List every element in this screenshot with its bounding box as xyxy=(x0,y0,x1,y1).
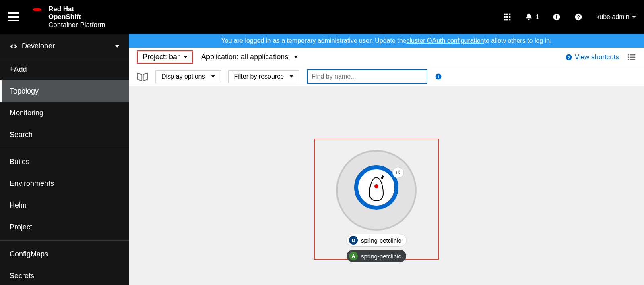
java-duke-icon xyxy=(366,173,386,202)
svg-point-0 xyxy=(32,11,42,14)
topology-toolbar: + Display options Filter by resource i xyxy=(129,67,644,86)
info-icon[interactable]: i xyxy=(435,73,442,80)
svg-text:+: + xyxy=(146,77,148,82)
sidebar-item-builds[interactable]: Builds xyxy=(0,151,129,173)
svg-rect-13 xyxy=(555,17,559,17)
filter-label: Filter by resource xyxy=(234,73,284,80)
application-label-pill[interactable]: A spring-petclinic xyxy=(347,250,406,262)
notifications-button[interactable]: 1 xyxy=(525,13,539,21)
brand-line1: Red Hat xyxy=(48,5,105,13)
svg-point-1 xyxy=(33,8,41,11)
svg-text:i: i xyxy=(438,74,439,79)
project-label: Project: bar xyxy=(142,53,180,61)
red-hat-fedora-icon xyxy=(31,5,43,17)
grid-icon xyxy=(503,13,511,21)
display-options-dropdown[interactable]: Display options xyxy=(155,70,221,83)
catalog-icon[interactable]: + xyxy=(137,71,148,82)
sidebar-item-add[interactable]: +Add xyxy=(0,58,129,80)
bell-icon xyxy=(525,13,533,21)
deployment-name: spring-petclinic xyxy=(361,237,401,244)
brand-line3: Container Platform xyxy=(48,21,105,29)
perspective-switcher[interactable]: Developer xyxy=(0,34,129,58)
sidebar-item-configmaps[interactable]: ConfigMaps xyxy=(0,243,129,265)
deployment-badge: D xyxy=(349,236,358,245)
banner-pre: You are logged in as a temporary adminis… xyxy=(221,37,406,44)
open-url-decorator[interactable] xyxy=(392,167,404,178)
help-button[interactable]: ? xyxy=(574,13,582,21)
highlighted-topology-node: D spring-petclinic A spring-petclinic xyxy=(314,139,439,260)
sidebar-item-search[interactable]: Search xyxy=(0,124,129,146)
application-selector[interactable]: Application: all applications xyxy=(201,53,298,61)
sidebar-separator xyxy=(0,148,129,148)
brand-text: Red Hat OpenShift Container Platform xyxy=(48,5,105,29)
find-by-name-input[interactable] xyxy=(307,69,427,84)
sidebar: Developer +Add Topology Monitoring Searc… xyxy=(0,34,129,285)
svg-rect-4 xyxy=(509,14,511,15)
caret-down-icon xyxy=(632,16,636,18)
svg-rect-10 xyxy=(509,19,511,20)
main-content: You are logged in as a temporary adminis… xyxy=(129,34,644,285)
shortcuts-label: View shortcuts xyxy=(575,53,619,61)
masthead: Red Hat OpenShift Container Platform 1 ?… xyxy=(0,0,644,34)
svg-rect-7 xyxy=(509,16,511,18)
masthead-toolbar: 1 ? kube:admin xyxy=(503,13,636,21)
caret-down-icon xyxy=(294,56,298,58)
list-view-toggle[interactable] xyxy=(627,53,636,62)
application-group[interactable]: D spring-petclinic A spring-petclinic xyxy=(336,150,417,262)
view-shortcuts-button[interactable]: ? View shortcuts xyxy=(565,53,619,61)
svg-rect-22 xyxy=(628,59,629,60)
deployment-label-pill[interactable]: D spring-petclinic xyxy=(346,234,407,247)
banner-post: to allow others to log in. xyxy=(484,37,552,44)
import-button[interactable] xyxy=(553,13,561,21)
app-launcher-button[interactable] xyxy=(503,13,511,21)
sidebar-item-monitoring[interactable]: Monitoring xyxy=(0,102,129,124)
svg-rect-9 xyxy=(506,19,508,20)
application-label: Application: all applications xyxy=(201,53,288,61)
code-icon xyxy=(10,42,18,50)
temp-admin-banner: You are logged in as a temporary adminis… xyxy=(129,34,644,48)
application-name: spring-petclinic xyxy=(361,253,401,260)
hamburger-menu-button[interactable] xyxy=(8,12,19,21)
svg-rect-20 xyxy=(628,56,629,58)
svg-rect-2 xyxy=(504,14,506,15)
notification-count: 1 xyxy=(535,13,539,21)
svg-rect-18 xyxy=(628,54,629,55)
svg-point-27 xyxy=(374,184,378,188)
project-selector[interactable]: Project: bar xyxy=(137,50,193,64)
external-link-icon xyxy=(395,170,401,175)
svg-text:?: ? xyxy=(577,14,580,19)
svg-rect-21 xyxy=(630,56,635,58)
perspective-label: Developer xyxy=(22,42,55,50)
app-group-circle[interactable] xyxy=(336,150,417,231)
display-options-label: Display options xyxy=(161,73,205,80)
banner-oauth-link[interactable]: cluster OAuth configuration xyxy=(407,37,484,44)
question-circle-icon: ? xyxy=(574,13,582,21)
user-label: kube:admin xyxy=(596,13,630,21)
sidebar-item-environments[interactable]: Environments xyxy=(0,173,129,194)
deployment-node[interactable] xyxy=(354,165,398,210)
user-menu-button[interactable]: kube:admin xyxy=(596,13,636,21)
svg-rect-19 xyxy=(630,54,635,55)
topology-canvas[interactable]: D spring-petclinic A spring-petclinic xyxy=(129,86,644,285)
brand-logo[interactable]: Red Hat OpenShift Container Platform xyxy=(31,5,105,29)
svg-rect-6 xyxy=(506,16,508,18)
sidebar-separator xyxy=(0,240,129,241)
help-icon: ? xyxy=(565,54,572,61)
svg-rect-5 xyxy=(504,16,506,18)
brand-line2: OpenShift xyxy=(48,13,105,21)
sidebar-item-project[interactable]: Project xyxy=(0,216,129,238)
sidebar-item-secrets[interactable]: Secrets xyxy=(0,265,129,285)
svg-rect-23 xyxy=(630,59,635,60)
context-bar: Project: bar Application: all applicatio… xyxy=(129,48,644,67)
filter-resource-dropdown[interactable]: Filter by resource xyxy=(228,70,300,83)
application-badge: A xyxy=(349,252,358,260)
sidebar-item-helm[interactable]: Helm xyxy=(0,194,129,216)
svg-rect-3 xyxy=(506,14,508,15)
sidebar-item-topology[interactable]: Topology xyxy=(0,80,129,102)
caret-down-icon xyxy=(115,45,119,48)
caret-down-icon xyxy=(211,75,215,78)
plus-circle-icon xyxy=(553,13,561,21)
caret-down-icon xyxy=(289,75,293,78)
svg-rect-8 xyxy=(504,19,506,20)
caret-down-icon xyxy=(184,56,188,58)
